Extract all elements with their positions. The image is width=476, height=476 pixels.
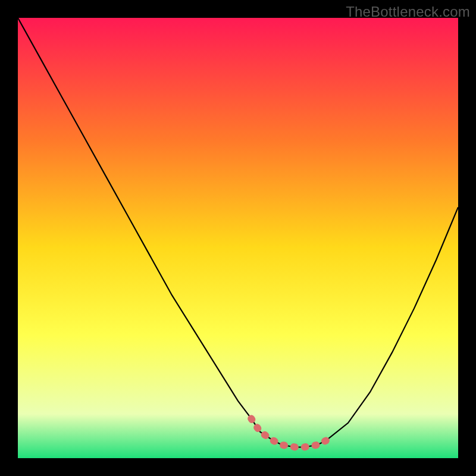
chart-svg	[18, 18, 458, 458]
plot-area	[18, 18, 458, 458]
chart-stage: TheBottleneck.com	[0, 0, 476, 476]
gradient-background	[18, 18, 458, 458]
